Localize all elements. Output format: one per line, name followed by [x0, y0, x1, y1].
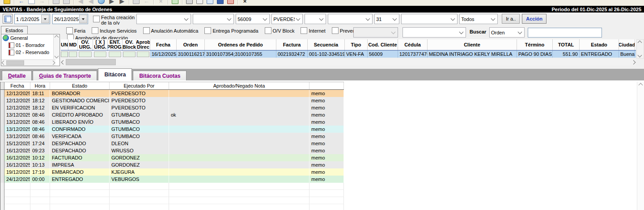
- flag-cell[interactable]: [68, 50, 78, 58]
- bitacora-column-header[interactable]: Estado: [50, 82, 110, 89]
- scroll-left-icon[interactable]: [2, 61, 6, 65]
- memo-link[interactable]: memo: [309, 97, 344, 104]
- cell-ciudad[interactable]: Buena: [619, 50, 635, 58]
- bitacora-column-header[interactable]: Hora: [30, 82, 50, 89]
- cut-icon[interactable]: ×: [156, 0, 166, 6]
- memo-link[interactable]: memo: [309, 104, 344, 111]
- bitacora-row[interactable]: 13/12/202508:46CONFIRMADOGTUMBACOmemo: [0, 126, 344, 133]
- first-record-icon[interactable]: ◀: [76, 0, 86, 6]
- memo-link[interactable]: memo: [309, 154, 344, 161]
- checkbox-4[interactable]: [204, 27, 211, 34]
- filter-combobox-7[interactable]: 31: [374, 14, 399, 24]
- scroll-left-icon[interactable]: [61, 60, 66, 65]
- column-header[interactable]: TOTAL: [553, 39, 580, 50]
- print-icon[interactable]: [184, 0, 195, 6]
- undo-icon[interactable]: ←: [141, 0, 152, 6]
- column-header[interactable]: Cod. Cliente: [368, 39, 398, 50]
- flag-cell[interactable]: [108, 50, 123, 58]
- cell-total[interactable]: 551.90: [553, 50, 580, 58]
- new-window-icon[interactable]: [26, 0, 37, 6]
- cell-cod_cliente[interactable]: 56009: [368, 50, 398, 58]
- bitacora-row[interactable]: 15/12/202517:24DESPACHADODLEONmemo: [0, 140, 344, 147]
- date-from-picker[interactable]: 1 /12/2025: [14, 14, 50, 24]
- scroll-up-icon[interactable]: [637, 40, 642, 45]
- column-header[interactable]: Estado: [580, 39, 619, 50]
- scroll-down-icon[interactable]: [54, 54, 59, 59]
- export-document-icon[interactable]: [205, 0, 215, 6]
- cell-factura[interactable]: 0021932472: [276, 50, 308, 58]
- orders-grid-selected-row[interactable]: 16/12/202531001162173100107354;310010735…: [61, 50, 636, 58]
- tree-horizontal-scrollbar[interactable]: [1, 59, 55, 66]
- calculator-icon[interactable]: [61, 0, 72, 6]
- filter-combobox-1[interactable]: [136, 14, 191, 24]
- last-record-icon[interactable]: ▶: [117, 0, 127, 6]
- bitacora-column-header[interactable]: Ejecutado Por: [110, 82, 169, 89]
- cell-pedidos[interactable]: 3100107354;3100107355: [205, 50, 276, 58]
- buscar-input[interactable]: [528, 28, 602, 38]
- home-icon[interactable]: [2, 0, 12, 6]
- column-header[interactable]: OV. Block: [123, 39, 136, 50]
- column-header[interactable]: Factura: [276, 39, 308, 50]
- scroll-thumb[interactable]: [6, 60, 24, 65]
- date-from-dropdown-icon[interactable]: [41, 15, 49, 23]
- tree-node-general[interactable]: General: [1, 34, 59, 42]
- flag-cell[interactable]: [123, 50, 136, 58]
- column-header[interactable]: Aprob Direc: [136, 39, 150, 50]
- bitacora-row[interactable]: 13/12/202508:46CRÉDITO APROBADOGTUMBACOo…: [0, 111, 344, 118]
- column-header[interactable]: Tipo: [345, 39, 368, 50]
- forward-arrow-icon[interactable]: →: [37, 0, 47, 6]
- bitacora-row[interactable]: 13/12/202508:46LIBERADO ENVÍOGTUMBACOmem…: [0, 118, 344, 126]
- filter-combobox-4[interactable]: PVERDESOTO: [271, 14, 303, 24]
- close-icon[interactable]: ×: [240, 0, 250, 6]
- filter-combobox-3[interactable]: 56009: [236, 14, 270, 24]
- memo-link[interactable]: memo: [309, 176, 344, 183]
- fecha-creacion-checkbox[interactable]: [93, 16, 100, 22]
- column-header[interactable]: UN: [61, 39, 68, 50]
- flag-cell[interactable]: [78, 50, 93, 58]
- column-header[interactable]: Secuencia: [308, 39, 345, 50]
- tree-vertical-scrollbar[interactable]: [53, 34, 59, 59]
- scroll-right-icon[interactable]: [51, 61, 55, 65]
- tab-bit-cora[interactable]: Bitácora: [98, 68, 132, 80]
- print-preview-icon[interactable]: [195, 0, 205, 6]
- bitacora-row[interactable]: 16/12/202510:12FACTURADOGORDONEZmemo: [0, 154, 344, 161]
- memo-link[interactable]: memo: [309, 161, 344, 168]
- cell-cliente[interactable]: MEDINA INTRIAGO KERLY MIRELLA: [428, 50, 517, 58]
- bitacora-row[interactable]: 16/12/202510:13IMPRESAGORDONEZmemo: [0, 161, 344, 168]
- cell-orden[interactable]: 3100116217: [177, 50, 205, 58]
- scroll-right-icon[interactable]: [631, 60, 636, 65]
- column-header[interactable]: Orden: [177, 39, 205, 50]
- delete-document-icon[interactable]: [225, 0, 236, 6]
- accion-button[interactable]: Acción: [522, 14, 547, 24]
- date-to-picker[interactable]: 26/12/2025: [52, 14, 88, 24]
- checkbox-5[interactable]: [265, 27, 271, 34]
- bitacora-row[interactable]: 19/12/202517:19EMBARCADOKJEGURAmemo: [0, 168, 344, 176]
- column-header[interactable]: Fecha: [150, 39, 177, 50]
- save-disk-icon[interactable]: [215, 0, 225, 6]
- calendar-grid-button[interactable]: [3, 14, 13, 24]
- cell-termino[interactable]: PAGO 90 DIAS: [517, 50, 553, 58]
- flag-cell[interactable]: [93, 50, 108, 58]
- back-arrow-icon[interactable]: ←: [16, 0, 26, 6]
- orders-grid-vertical-scrollbar[interactable]: [636, 39, 644, 59]
- bitacora-column-header[interactable]: Fecha: [4, 82, 30, 89]
- flag-cell[interactable]: [136, 50, 150, 58]
- checkbox-6[interactable]: [301, 27, 307, 34]
- bitacora-row[interactable]: 12/12/202518:12EN VERIFICACIONPVERDESOTO…: [0, 104, 344, 111]
- column-header[interactable]: OV. URG.: [78, 39, 93, 50]
- column-header[interactable]: Término: [517, 39, 553, 50]
- column-header[interactable]: [ X ] URG.: [93, 39, 108, 50]
- checkbox-7[interactable]: [332, 27, 339, 34]
- filter-combobox-2[interactable]: [193, 14, 234, 24]
- scroll-thumb[interactable]: [66, 59, 116, 65]
- flag-cell[interactable]: [61, 50, 68, 58]
- checkbox-2[interactable]: [92, 27, 98, 34]
- scroll-up-icon[interactable]: [54, 35, 59, 40]
- memo-link[interactable]: memo: [309, 90, 344, 97]
- cell-estado[interactable]: ENTREGADO: [580, 50, 619, 58]
- buscar-type-combobox[interactable]: Orden: [489, 27, 525, 38]
- cell-fecha[interactable]: 16/12/2025: [150, 50, 177, 58]
- cell-secuencia[interactable]: 001-102-3345199: [308, 50, 345, 58]
- bitacora-row[interactable]: 12/12/202518:12GESTIONADO COMERCIALPVERD…: [0, 97, 344, 104]
- memo-link[interactable]: memo: [309, 147, 344, 154]
